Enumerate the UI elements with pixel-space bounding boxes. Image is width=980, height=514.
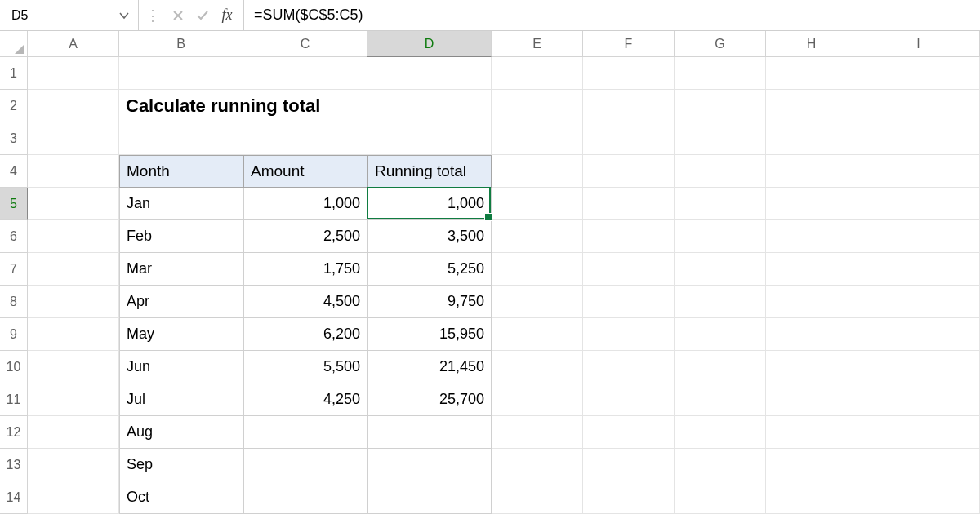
cell-B3[interactable] [119, 122, 243, 155]
cell-A8[interactable] [28, 286, 119, 318]
cell-F10[interactable] [583, 351, 675, 383]
cell-G5[interactable] [675, 188, 766, 220]
cell-E12[interactable] [492, 416, 583, 449]
cell-G6[interactable] [675, 220, 766, 253]
cell-A10[interactable] [28, 351, 119, 383]
cell-A14[interactable] [28, 481, 119, 514]
col-header-I[interactable]: I [858, 31, 980, 57]
row-header-12[interactable]: 12 [0, 416, 28, 449]
col-header-A[interactable]: A [28, 31, 119, 57]
cell-F11[interactable] [583, 383, 675, 416]
cell-I6[interactable] [858, 220, 980, 253]
cell-H4[interactable] [766, 155, 858, 188]
cell-G9[interactable] [675, 318, 766, 351]
cell-F12[interactable] [583, 416, 675, 449]
row-header-6[interactable]: 6 [0, 220, 28, 253]
cell-G2[interactable] [675, 90, 766, 122]
cell-G8[interactable] [675, 286, 766, 318]
cell-I11[interactable] [858, 383, 980, 416]
cell-I13[interactable] [858, 449, 980, 481]
table-header-month[interactable]: Month [119, 155, 243, 188]
accept-icon[interactable] [193, 6, 212, 25]
cell-running-Aug[interactable] [368, 416, 492, 449]
cell-amount-Jul[interactable]: 4,250 [243, 383, 368, 416]
cell-F1[interactable] [583, 57, 675, 90]
cell-F5[interactable] [583, 188, 675, 220]
col-header-G[interactable]: G [675, 31, 766, 57]
formula-input[interactable]: =SUM($C$5:C5) [244, 0, 980, 30]
cell-E8[interactable] [492, 286, 583, 318]
cell-month-Aug[interactable]: Aug [119, 416, 243, 449]
cell-H7[interactable] [766, 253, 858, 286]
cell-I10[interactable] [858, 351, 980, 383]
cell-F4[interactable] [583, 155, 675, 188]
cell-running-Jan[interactable]: 1,000 [368, 188, 492, 220]
cell-month-Oct[interactable]: Oct [119, 481, 243, 514]
table-header-amount[interactable]: Amount [243, 155, 368, 188]
cell-F7[interactable] [583, 253, 675, 286]
cell-E11[interactable] [492, 383, 583, 416]
cell-H6[interactable] [766, 220, 858, 253]
col-header-E[interactable]: E [492, 31, 583, 57]
cell-G3[interactable] [675, 122, 766, 155]
cell-A6[interactable] [28, 220, 119, 253]
cell-E3[interactable] [492, 122, 583, 155]
cell-H2[interactable] [766, 90, 858, 122]
cell-month-Jan[interactable]: Jan [119, 188, 243, 220]
cell-H13[interactable] [766, 449, 858, 481]
cell-I7[interactable] [858, 253, 980, 286]
cell-F14[interactable] [583, 481, 675, 514]
cell-D3[interactable] [368, 122, 492, 155]
cell-running-May[interactable]: 15,950 [368, 318, 492, 351]
cell-H3[interactable] [766, 122, 858, 155]
name-box[interactable]: D5 [0, 0, 139, 30]
cells-area[interactable]: Calculate running totalMonthAmountRunnin… [28, 57, 980, 514]
cell-D1[interactable] [368, 57, 492, 90]
cell-E6[interactable] [492, 220, 583, 253]
row-header-9[interactable]: 9 [0, 318, 28, 351]
cell-amount-Mar[interactable]: 1,750 [243, 253, 368, 286]
cell-month-May[interactable]: May [119, 318, 243, 351]
col-header-B[interactable]: B [119, 31, 243, 57]
row-header-10[interactable]: 10 [0, 351, 28, 383]
cell-A13[interactable] [28, 449, 119, 481]
cell-I14[interactable] [858, 481, 980, 514]
col-header-D[interactable]: D [368, 31, 492, 57]
cell-F6[interactable] [583, 220, 675, 253]
cell-A4[interactable] [28, 155, 119, 188]
cell-amount-Aug[interactable] [243, 416, 368, 449]
cell-G13[interactable] [675, 449, 766, 481]
select-all-corner[interactable] [0, 31, 28, 57]
cell-E4[interactable] [492, 155, 583, 188]
cell-I4[interactable] [858, 155, 980, 188]
cell-I5[interactable] [858, 188, 980, 220]
cell-A2[interactable] [28, 90, 119, 122]
cell-G4[interactable] [675, 155, 766, 188]
cell-H9[interactable] [766, 318, 858, 351]
cell-month-Jul[interactable]: Jul [119, 383, 243, 416]
cell-running-Mar[interactable]: 5,250 [368, 253, 492, 286]
cell-E7[interactable] [492, 253, 583, 286]
cell-A12[interactable] [28, 416, 119, 449]
cell-G10[interactable] [675, 351, 766, 383]
cell-G14[interactable] [675, 481, 766, 514]
cell-I2[interactable] [858, 90, 980, 122]
cell-amount-Sep[interactable] [243, 449, 368, 481]
cell-H11[interactable] [766, 383, 858, 416]
cell-amount-Jun[interactable]: 5,500 [243, 351, 368, 383]
cell-E14[interactable] [492, 481, 583, 514]
row-header-8[interactable]: 8 [0, 286, 28, 318]
cell-I9[interactable] [858, 318, 980, 351]
cell-amount-Jan[interactable]: 1,000 [243, 188, 368, 220]
row-header-1[interactable]: 1 [0, 57, 28, 90]
row-header-2[interactable]: 2 [0, 90, 28, 122]
cell-running-Feb[interactable]: 3,500 [368, 220, 492, 253]
cell-G1[interactable] [675, 57, 766, 90]
cell-running-Jun[interactable]: 21,450 [368, 351, 492, 383]
cell-amount-Oct[interactable] [243, 481, 368, 514]
cell-amount-Apr[interactable]: 4,500 [243, 286, 368, 318]
row-header-13[interactable]: 13 [0, 449, 28, 481]
cell-F2[interactable] [583, 90, 675, 122]
cell-I3[interactable] [858, 122, 980, 155]
col-header-H[interactable]: H [766, 31, 858, 57]
